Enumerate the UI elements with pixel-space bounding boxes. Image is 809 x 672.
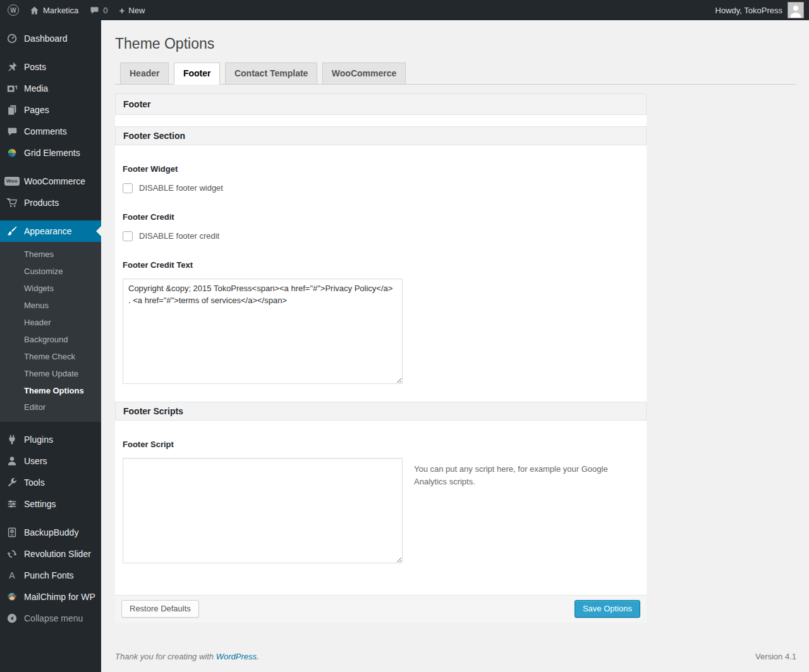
sidebar-item-settings[interactable]: Settings <box>0 493 101 515</box>
submenu-item-editor[interactable]: Editor <box>0 399 101 416</box>
sidebar-item-media[interactable]: Media <box>0 78 101 99</box>
wrench-icon <box>6 477 18 488</box>
home-icon <box>30 6 39 15</box>
footer-script-help-text: You can put any script here, for example… <box>414 449 610 488</box>
sidebar-item-plugins[interactable]: Plugins <box>0 429 101 450</box>
comment-bubble-icon <box>7 126 18 137</box>
admin-sidebar: Dashboard Posts Media Pages Comments Gri… <box>0 20 101 672</box>
tab-header[interactable]: Header <box>120 63 169 85</box>
panel-footer: Restore Defaults Save Options <box>115 595 647 623</box>
theme-options-tabs: Header Footer Contact Template WooCommer… <box>115 63 796 85</box>
disable-footer-credit-label[interactable]: DISABLE footer credit <box>139 231 219 241</box>
woocommerce-badge-icon: Woo <box>4 177 20 186</box>
thank-you-text: Thank you for creating with WordPress. <box>115 652 259 661</box>
avatar[interactable] <box>788 2 804 18</box>
submenu-item-themes[interactable]: Themes <box>0 246 101 263</box>
user-icon <box>6 455 18 467</box>
backup-drive-icon <box>6 527 18 538</box>
sidebar-item-revolution-slider[interactable]: Revolution Slider <box>0 543 101 565</box>
wordpress-link[interactable]: WordPress. <box>216 652 259 661</box>
active-menu-arrow <box>91 226 101 236</box>
sidebar-item-collapse-menu[interactable]: Collapse menu <box>0 608 101 629</box>
footer-credit-text-textarea[interactable]: Copyright &copy; 2015 TokoPress<span><a … <box>123 279 403 384</box>
sidebar-item-posts[interactable]: Posts <box>0 56 101 78</box>
cycle-arrows-icon <box>6 548 18 560</box>
disable-footer-credit-checkbox[interactable] <box>123 231 133 241</box>
pushpin-icon <box>6 61 18 73</box>
sliders-icon <box>6 498 18 510</box>
plug-icon <box>6 434 18 445</box>
comment-count: 0 <box>103 6 107 15</box>
submenu-item-customize[interactable]: Customize <box>0 263 101 280</box>
footer-section-header: Footer Section <box>115 126 647 145</box>
collapse-arrow-icon <box>6 613 18 624</box>
disable-footer-widget-label[interactable]: DISABLE footer widget <box>139 183 223 193</box>
person-silhouette-icon <box>788 3 803 18</box>
footer-credit-label: Footer Credit <box>123 193 639 222</box>
tab-woocommerce[interactable]: WooCommerce <box>322 63 406 85</box>
page-footer: Thank you for creating with WordPress. V… <box>115 652 796 661</box>
submenu-item-menus[interactable]: Menus <box>0 297 101 315</box>
sidebar-item-mailchimp[interactable]: MailChimp for WP <box>0 586 101 608</box>
footer-widget-label: Footer Widget <box>123 145 639 174</box>
sidebar-item-pages[interactable]: Pages <box>0 99 101 121</box>
sidebar-item-users[interactable]: Users <box>0 450 101 472</box>
sidebar-item-punch-fonts[interactable]: A Punch Fonts <box>0 565 101 586</box>
footer-script-textarea[interactable] <box>123 458 403 563</box>
submenu-item-background[interactable]: Background <box>0 332 101 349</box>
appearance-submenu: Themes Customize Widgets Menus Header Ba… <box>0 242 101 422</box>
tab-contact-template[interactable]: Contact Template <box>225 63 317 85</box>
sidebar-item-woocommerce[interactable]: Woo WooCommerce <box>0 171 101 192</box>
panel-title: Footer <box>115 93 647 115</box>
sidebar-item-comments[interactable]: Comments <box>0 121 101 142</box>
submenu-item-theme-check[interactable]: Theme Check <box>0 349 101 366</box>
admin-bar: W Marketica 0 + New Howdy, TokoPress <box>0 0 809 20</box>
restore-defaults-button[interactable]: Restore Defaults <box>121 600 199 618</box>
media-icon <box>6 83 18 94</box>
cart-icon <box>6 197 18 208</box>
page-title: Theme Options <box>115 20 796 63</box>
mailchimp-monkey-icon <box>6 591 18 603</box>
sidebar-item-tools[interactable]: Tools <box>0 472 101 493</box>
sidebar-item-dashboard[interactable]: Dashboard <box>0 28 101 49</box>
sidebar-item-backupbuddy[interactable]: BackupBuddy <box>0 522 101 543</box>
submenu-item-theme-options[interactable]: Theme Options <box>0 383 101 400</box>
submenu-item-widgets[interactable]: Widgets <box>0 280 101 297</box>
submenu-item-header[interactable]: Header <box>0 315 101 332</box>
footer-scripts-header: Footer Scripts <box>115 402 647 421</box>
tab-footer[interactable]: Footer <box>174 63 221 85</box>
comment-bubble-icon <box>90 6 99 15</box>
grid-elements-pinwheel-icon <box>6 147 18 159</box>
footer-credit-text-label: Footer Credit Text <box>123 241 639 270</box>
sidebar-item-appearance[interactable]: Appearance <box>0 220 101 242</box>
new-label: New <box>128 6 145 15</box>
admin-bar-site-menu[interactable]: Marketica <box>24 0 84 20</box>
sidebar-item-grid-elements[interactable]: Grid Elements <box>0 142 101 164</box>
brush-icon <box>6 225 18 237</box>
wordpress-logo-icon[interactable]: W <box>0 0 24 20</box>
sidebar-item-products[interactable]: Products <box>0 192 101 213</box>
plus-icon: + <box>119 6 125 15</box>
save-options-button[interactable]: Save Options <box>575 600 640 618</box>
main-content: Theme Options Header Footer Contact Temp… <box>101 20 809 672</box>
disable-footer-widget-checkbox[interactable] <box>123 183 133 193</box>
site-name: Marketica <box>43 6 78 15</box>
submenu-item-theme-update[interactable]: Theme Update <box>0 366 101 383</box>
dashboard-icon <box>6 33 18 44</box>
admin-bar-new-menu[interactable]: + New <box>114 0 151 20</box>
howdy-account-menu[interactable]: Howdy, TokoPress <box>715 6 782 15</box>
letter-a-icon: A <box>9 570 15 580</box>
footer-options-panel: Footer Footer Section Footer Widget DISA… <box>115 93 647 623</box>
admin-bar-comments[interactable]: 0 <box>84 0 113 20</box>
version-text: Version 4.1 <box>755 652 796 661</box>
footer-script-label: Footer Script <box>123 421 639 449</box>
pages-icon <box>6 104 18 116</box>
